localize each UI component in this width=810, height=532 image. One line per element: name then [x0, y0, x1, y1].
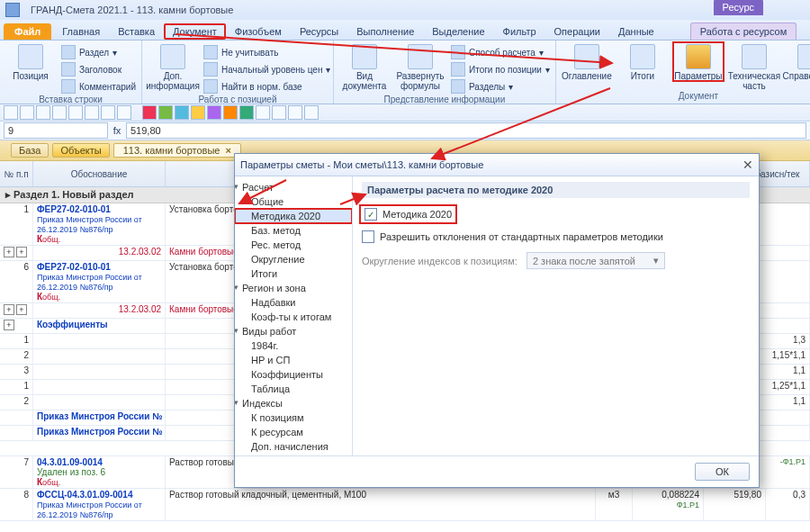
- objects-button[interactable]: Объекты: [52, 143, 109, 158]
- tree-itogi[interactable]: Итоги: [235, 266, 352, 281]
- tab-document[interactable]: Документ: [164, 23, 226, 40]
- table-row[interactable]: 8 ФССЦ-04.3.01.09-0014Приказ Минстроя Ро…: [0, 489, 810, 521]
- itogipoz-button[interactable]: Итоги по позиции ▾: [451, 61, 550, 77]
- parametry-button[interactable]: Параметры: [673, 42, 724, 81]
- tree-okrug[interactable]: Округление: [235, 252, 352, 266]
- tree-raschet[interactable]: Расчет: [235, 180, 352, 194]
- tree-kpoz[interactable]: К позициям: [235, 410, 352, 425]
- base-button[interactable]: База: [11, 143, 49, 158]
- techchast-button[interactable]: Техническая часть: [729, 42, 779, 91]
- naitinorm-button[interactable]: Найти в норм. базе: [203, 78, 330, 95]
- tree-resmetod[interactable]: Рес. метод: [235, 238, 352, 252]
- expand-icon[interactable]: +: [4, 247, 14, 257]
- tree-vidy[interactable]: Виды работ: [235, 324, 352, 338]
- context-tab[interactable]: Ресурс: [714, 0, 763, 15]
- cell-ref-input[interactable]: 9: [4, 122, 108, 139]
- comment-button[interactable]: Комментарий: [61, 78, 136, 95]
- dopinfo-button[interactable]: Доп. информация: [148, 42, 198, 91]
- tree-indeksy[interactable]: Индексы: [235, 396, 352, 410]
- tab-res[interactable]: Ресурсы: [291, 23, 347, 40]
- tab-resource-context[interactable]: Работа с ресурсом: [690, 23, 796, 40]
- flag-icon[interactable]: [223, 105, 238, 120]
- flag-icon[interactable]: [207, 105, 221, 120]
- methodika2020-checkbox[interactable]: ✓Методика 2020: [362, 207, 454, 221]
- file-tab[interactable]: Файл: [4, 23, 51, 40]
- col-hdr[interactable]: № п.п: [0, 161, 33, 186]
- tree-kres[interactable]: К ресурсам: [235, 425, 352, 439]
- tab-filter[interactable]: Фильтр: [494, 23, 545, 40]
- tab-sel[interactable]: Выделение: [423, 23, 493, 40]
- expand-icon[interactable]: +: [16, 304, 27, 315]
- col-hdr[interactable]: Обоснование: [33, 161, 166, 186]
- close-icon[interactable]: ×: [225, 145, 230, 156]
- tree-dopnach[interactable]: Доп. начисления: [235, 439, 352, 454]
- formula-input[interactable]: 519,80: [126, 122, 806, 139]
- tree-obshie[interactable]: Общие: [235, 194, 352, 209]
- flag-icon[interactable]: [175, 105, 189, 120]
- decree-link[interactable]: Приказ Минстроя России №: [33, 410, 166, 425]
- dialog-title: Параметры сметы - Мои сметы\113. камни б…: [240, 159, 483, 170]
- allow-deviation-checkbox[interactable]: Разрешить отклонения от стандартных пара…: [362, 230, 750, 243]
- expand-icon[interactable]: +: [4, 320, 14, 330]
- tab-insert[interactable]: Вставка: [109, 23, 164, 40]
- qat-btn[interactable]: [117, 105, 131, 120]
- koef-row[interactable]: Коэффициенты: [33, 319, 166, 333]
- tab-main[interactable]: Главная: [53, 23, 109, 40]
- sposob-button[interactable]: Способ расчета ▾: [451, 44, 550, 60]
- qat-btn[interactable]: [68, 105, 83, 120]
- razvernut-button[interactable]: Развернуть формулы: [395, 42, 446, 91]
- flag-icon[interactable]: [158, 105, 173, 120]
- expand-icon[interactable]: +: [16, 247, 27, 257]
- tab-data[interactable]: Данные: [609, 23, 663, 40]
- tab-exec[interactable]: Выполнение: [347, 23, 423, 40]
- tree-koef[interactable]: Коэффициенты: [235, 367, 352, 382]
- qat-btn[interactable]: [36, 105, 50, 120]
- close-icon[interactable]: ✕: [742, 158, 753, 172]
- fx-icon[interactable]: fx: [108, 125, 126, 136]
- ok-button[interactable]: ОК: [695, 463, 750, 481]
- tree-bazmetod[interactable]: Баз. метод: [235, 223, 352, 238]
- tree-methodika2020[interactable]: Методика 2020: [235, 209, 352, 223]
- qat-btn[interactable]: [304, 105, 319, 120]
- flag-icon[interactable]: [191, 105, 205, 120]
- expand-icon[interactable]: +: [4, 304, 14, 315]
- qat-btn[interactable]: [256, 105, 270, 120]
- qat-btn[interactable]: [20, 105, 34, 120]
- qat-btn[interactable]: [4, 105, 18, 120]
- tree-tabl[interactable]: Таблица: [235, 382, 352, 396]
- qat-btn[interactable]: [52, 105, 67, 120]
- itogi-button[interactable]: Итоги: [617, 42, 668, 81]
- tree-nadbavki[interactable]: Надбавки: [235, 295, 352, 310]
- ribbon-tabs: Файл Главная Вставка Документ Физобъем Р…: [0, 20, 810, 41]
- fx-icon: [451, 45, 465, 59]
- tree-avtoz[interactable]: Автозагрузка: [235, 454, 352, 455]
- position-button[interactable]: Позиция: [5, 42, 56, 81]
- tab-phys[interactable]: Физобъем: [226, 23, 291, 40]
- group-label: Вставка строки: [5, 95, 136, 105]
- tab-ops[interactable]: Операции: [545, 23, 609, 40]
- flag-icon[interactable]: [239, 105, 254, 120]
- tree-koefitog[interactable]: Коэф-ты к итогам: [235, 310, 352, 324]
- tree-region[interactable]: Регион и зона: [235, 281, 352, 295]
- oglav-button[interactable]: Оглавление: [562, 42, 612, 81]
- params-dialog: Параметры сметы - Мои сметы\113. камни б…: [234, 153, 760, 488]
- tree-1984[interactable]: 1984г.: [235, 338, 352, 353]
- flag-icon[interactable]: [142, 105, 157, 120]
- sprav-button[interactable]: Справочники: [785, 42, 810, 81]
- qat-btn[interactable]: [85, 105, 99, 120]
- tree-nrsp[interactable]: НР и СП: [235, 353, 352, 367]
- razdely-button[interactable]: Разделы ▾: [451, 78, 550, 95]
- qat-btn[interactable]: [101, 105, 115, 120]
- vid-button[interactable]: Вид документа: [339, 42, 390, 91]
- qat-btn[interactable]: [288, 105, 302, 120]
- qat-btn[interactable]: [272, 105, 286, 120]
- neuchit-button[interactable]: Не учитывать: [203, 44, 330, 60]
- formula-bar: 9 fx 519,80: [0, 122, 810, 140]
- quick-access-toolbar: [0, 104, 810, 122]
- section-button[interactable]: Раздел ▾: [61, 44, 136, 60]
- nachuroven-button[interactable]: Начальный уровень цен ▾: [203, 61, 330, 77]
- doc-tab[interactable]: 113. камни бортовые×: [113, 143, 241, 158]
- header-button[interactable]: Заголовок: [61, 61, 136, 77]
- rounding-combo[interactable]: 2 знака после запятой▾: [526, 252, 665, 269]
- decree-link[interactable]: Приказ Минстроя России №: [33, 426, 166, 440]
